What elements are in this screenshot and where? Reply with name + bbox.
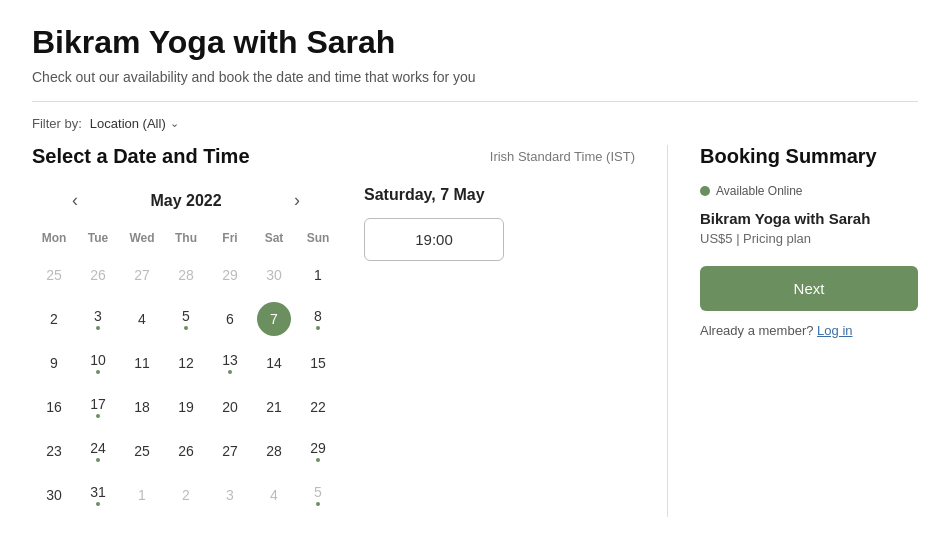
divider xyxy=(32,101,918,102)
calendar-cell: 9 xyxy=(32,341,76,385)
day-cell[interactable]: 3 xyxy=(213,478,247,512)
calendar-cell: 22 xyxy=(296,385,340,429)
day-cell[interactable]: 12 xyxy=(169,346,203,380)
calendar-cell: 8 xyxy=(296,297,340,341)
calendar-cell: 12 xyxy=(164,341,208,385)
day-cell[interactable]: 16 xyxy=(37,390,71,424)
day-cell[interactable]: 28 xyxy=(257,434,291,468)
calendar-cell: 2 xyxy=(164,473,208,517)
section-title: Select a Date and Time xyxy=(32,145,250,168)
calendar-cell: 5 xyxy=(164,297,208,341)
day-cell[interactable]: 3 xyxy=(81,302,115,336)
day-cell[interactable]: 1 xyxy=(301,258,335,292)
day-cell[interactable]: 1 xyxy=(125,478,159,512)
day-header: Sat xyxy=(252,227,296,253)
day-cell[interactable]: 20 xyxy=(213,390,247,424)
calendar-cell: 2 xyxy=(32,297,76,341)
next-button[interactable]: Next xyxy=(700,266,918,311)
next-month-button[interactable]: › xyxy=(286,186,308,215)
day-cell[interactable]: 30 xyxy=(257,258,291,292)
calendar-cell: 15 xyxy=(296,341,340,385)
calendar-cell: 27 xyxy=(120,253,164,297)
calendar-cell: 14 xyxy=(252,341,296,385)
day-cell[interactable]: 4 xyxy=(257,478,291,512)
class-name: Bikram Yoga with Sarah xyxy=(700,210,918,227)
calendar-cell: 26 xyxy=(76,253,120,297)
day-cell[interactable]: 29 xyxy=(301,434,335,468)
time-section: Saturday, 7 May 19:00 xyxy=(340,186,635,517)
calendar-cell: 1 xyxy=(120,473,164,517)
calendar-cell: 31 xyxy=(76,473,120,517)
day-header: Mon xyxy=(32,227,76,253)
day-cell[interactable]: 27 xyxy=(125,258,159,292)
day-cell[interactable]: 30 xyxy=(37,478,71,512)
day-cell[interactable]: 4 xyxy=(125,302,159,336)
day-cell[interactable]: 5 xyxy=(301,478,335,512)
day-cell[interactable]: 25 xyxy=(37,258,71,292)
day-cell[interactable]: 28 xyxy=(169,258,203,292)
day-header: Wed xyxy=(120,227,164,253)
left-section: Select a Date and Time Irish Standard Ti… xyxy=(32,145,668,517)
calendar-cell: 3 xyxy=(76,297,120,341)
day-cell[interactable]: 5 xyxy=(169,302,203,336)
day-cell[interactable]: 17 xyxy=(81,390,115,424)
day-cell[interactable]: 13 xyxy=(213,346,247,380)
calendar-cell: 27 xyxy=(208,429,252,473)
day-cell[interactable]: 24 xyxy=(81,434,115,468)
prev-month-button[interactable]: ‹ xyxy=(64,186,86,215)
day-cell[interactable]: 26 xyxy=(169,434,203,468)
calendar-week-row: 2526272829301 xyxy=(32,253,340,297)
calendar-cell: 24 xyxy=(76,429,120,473)
calendar-week-row: 23242526272829 xyxy=(32,429,340,473)
day-cell[interactable]: 7 xyxy=(257,302,291,336)
calendar-week-row: 16171819202122 xyxy=(32,385,340,429)
filter-label: Filter by: xyxy=(32,116,82,131)
day-cell[interactable]: 14 xyxy=(257,346,291,380)
day-cell[interactable]: 29 xyxy=(213,258,247,292)
month-label: May 2022 xyxy=(126,192,246,210)
day-cell[interactable]: 18 xyxy=(125,390,159,424)
day-cell[interactable]: 6 xyxy=(213,302,247,336)
calendar-cell: 25 xyxy=(120,429,164,473)
main-layout: Select a Date and Time Irish Standard Ti… xyxy=(32,145,918,517)
booking-summary: Booking Summary Available Online Bikram … xyxy=(668,145,918,517)
location-filter-dropdown[interactable]: Location (All) ⌄ xyxy=(90,116,179,131)
calendar-cell: 10 xyxy=(76,341,120,385)
calendar-cell: 3 xyxy=(208,473,252,517)
day-cell[interactable]: 19 xyxy=(169,390,203,424)
day-cell[interactable]: 25 xyxy=(125,434,159,468)
available-label: Available Online xyxy=(716,184,803,198)
calendar-cell: 29 xyxy=(296,429,340,473)
calendar-cell: 6 xyxy=(208,297,252,341)
calendar-cell: 23 xyxy=(32,429,76,473)
calendar-cell: 4 xyxy=(120,297,164,341)
calendar-grid: MonTueWedThuFriSatSun 252627282930123456… xyxy=(32,227,340,517)
page-subtitle: Check out our availability and book the … xyxy=(32,69,918,85)
day-cell[interactable]: 23 xyxy=(37,434,71,468)
calendar-cell: 20 xyxy=(208,385,252,429)
day-cell[interactable]: 9 xyxy=(37,346,71,380)
day-cell[interactable]: 15 xyxy=(301,346,335,380)
day-cell[interactable]: 31 xyxy=(81,478,115,512)
calendar-cell: 4 xyxy=(252,473,296,517)
calendar-cell: 7 xyxy=(252,297,296,341)
section-header: Select a Date and Time Irish Standard Ti… xyxy=(32,145,635,168)
calendar-body: 2526272829301234567891011121314151617181… xyxy=(32,253,340,517)
day-cell[interactable]: 8 xyxy=(301,302,335,336)
day-header: Tue xyxy=(76,227,120,253)
timezone-label: Irish Standard Time (IST) xyxy=(490,149,635,164)
day-cell[interactable]: 10 xyxy=(81,346,115,380)
filter-row: Filter by: Location (All) ⌄ xyxy=(32,116,918,131)
day-cell[interactable]: 21 xyxy=(257,390,291,424)
day-cell[interactable]: 2 xyxy=(37,302,71,336)
login-link[interactable]: Log in xyxy=(817,323,852,338)
time-slot[interactable]: 19:00 xyxy=(364,218,504,261)
day-cell[interactable]: 22 xyxy=(301,390,335,424)
day-cell[interactable]: 27 xyxy=(213,434,247,468)
day-cell[interactable]: 11 xyxy=(125,346,159,380)
calendar-and-time: ‹ May 2022 › MonTueWedThuFriSatSun 25262… xyxy=(32,186,635,517)
day-cell[interactable]: 26 xyxy=(81,258,115,292)
calendar-cell: 5 xyxy=(296,473,340,517)
day-cell[interactable]: 2 xyxy=(169,478,203,512)
day-headers-row: MonTueWedThuFriSatSun xyxy=(32,227,340,253)
